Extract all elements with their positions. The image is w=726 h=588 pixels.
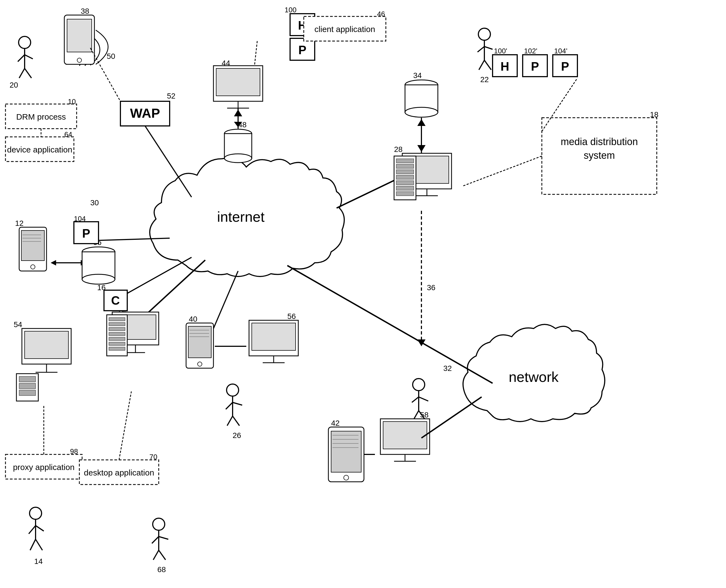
- person-20: [18, 36, 33, 78]
- diagram-container: internet network WAP 52: [0, 0, 726, 588]
- ref-20: 20: [9, 81, 18, 89]
- ref-16: 16: [97, 283, 106, 292]
- ref-50: 50: [107, 52, 115, 61]
- svg-line-30: [233, 402, 242, 405]
- svg-rect-62: [19, 376, 36, 382]
- ref-104p: 104': [554, 47, 567, 55]
- svg-marker-76: [417, 145, 426, 152]
- svg-line-42: [36, 526, 44, 531]
- svg-rect-102: [188, 326, 211, 358]
- svg-line-24: [484, 46, 493, 49]
- svg-point-39: [29, 507, 42, 519]
- cylinder-66: [82, 247, 115, 284]
- svg-line-47: [152, 537, 159, 543]
- p-label-102: P: [298, 43, 306, 57]
- svg-rect-85: [396, 175, 414, 179]
- person-26: [226, 384, 242, 426]
- svg-rect-82: [396, 159, 414, 163]
- svg-line-152: [255, 41, 257, 66]
- computer-58: [380, 419, 430, 461]
- svg-line-14: [90, 48, 121, 101]
- svg-marker-75: [417, 119, 426, 126]
- person-14: [29, 507, 44, 550]
- svg-line-26: [484, 60, 491, 70]
- ref-40: 40: [189, 315, 197, 323]
- ref-12: 12: [15, 219, 24, 228]
- svg-line-29: [226, 402, 233, 409]
- client-app-label: client application: [315, 25, 375, 34]
- svg-line-31: [227, 416, 233, 426]
- person-22: [477, 28, 493, 70]
- computer-40: [186, 323, 213, 368]
- ref-30: 30: [90, 198, 99, 207]
- svg-line-23: [477, 46, 484, 52]
- svg-point-15: [19, 36, 31, 48]
- ref-18: 18: [650, 110, 658, 119]
- svg-line-48: [159, 537, 168, 539]
- device-12: [19, 227, 46, 271]
- ref-36: 36: [427, 283, 435, 292]
- cylinder-48: [225, 129, 252, 163]
- svg-line-49: [153, 550, 159, 560]
- svg-rect-117: [109, 318, 125, 321]
- ref-32: 32: [443, 364, 452, 373]
- ref-22: 22: [480, 75, 489, 84]
- ref-52: 52: [167, 92, 175, 100]
- svg-rect-123: [109, 347, 125, 350]
- media-dist-label-2: system: [584, 150, 615, 161]
- svg-marker-66: [51, 260, 56, 266]
- svg-line-154: [463, 156, 542, 186]
- network-cloud: network: [463, 324, 605, 422]
- svg-point-21: [478, 28, 490, 40]
- svg-line-150: [119, 392, 131, 460]
- svg-rect-86: [396, 181, 414, 185]
- ref-42: 42: [331, 419, 340, 427]
- svg-line-136: [422, 397, 482, 438]
- ref-102p: 102': [524, 47, 537, 55]
- internet-cloud: internet: [150, 158, 344, 276]
- svg-line-44: [36, 539, 42, 550]
- media-dist-label-1: media distribution: [561, 136, 638, 147]
- ref-58: 58: [420, 411, 429, 419]
- svg-rect-119: [109, 328, 125, 331]
- svg-line-10: [123, 257, 192, 296]
- p-prime-label-1: P: [531, 60, 539, 73]
- svg-line-43: [30, 539, 36, 550]
- c-label: C: [111, 294, 120, 307]
- svg-rect-83: [396, 164, 414, 168]
- svg-marker-96: [234, 109, 242, 116]
- svg-rect-132: [383, 422, 427, 449]
- cylinder-34: [405, 80, 438, 117]
- ref-26: 26: [233, 431, 241, 440]
- ref-14: 14: [34, 557, 43, 566]
- svg-point-45: [153, 518, 165, 530]
- svg-rect-122: [109, 342, 125, 345]
- svg-line-17: [18, 55, 25, 62]
- drm-label: DRM process: [16, 112, 66, 121]
- ref-54: 54: [14, 320, 22, 329]
- computer-28: [394, 153, 451, 200]
- svg-point-73: [405, 107, 438, 117]
- ref-10: 10: [68, 98, 76, 106]
- svg-rect-87: [396, 186, 414, 190]
- svg-point-70: [82, 274, 115, 284]
- svg-rect-64: [19, 390, 36, 396]
- main-diagram-svg: internet network WAP 52: [0, 0, 726, 588]
- computer-72: [107, 312, 159, 356]
- svg-rect-12: [67, 19, 92, 52]
- ref-100p: 100': [494, 47, 507, 55]
- svg-rect-63: [19, 383, 36, 389]
- h-prime-label: H: [500, 60, 509, 73]
- svg-line-36: [419, 397, 428, 401]
- proxy-app-label: proxy application: [13, 463, 74, 472]
- internet-label: internet: [217, 209, 264, 225]
- p-label-104: P: [82, 227, 90, 240]
- computer-56: [249, 320, 298, 363]
- svg-rect-120: [109, 332, 125, 336]
- ref-70: 70: [149, 453, 157, 461]
- person-68: [152, 518, 168, 560]
- svg-rect-92: [216, 68, 260, 96]
- svg-rect-88: [396, 192, 414, 196]
- svg-line-50: [159, 550, 166, 560]
- svg-point-33: [413, 379, 425, 391]
